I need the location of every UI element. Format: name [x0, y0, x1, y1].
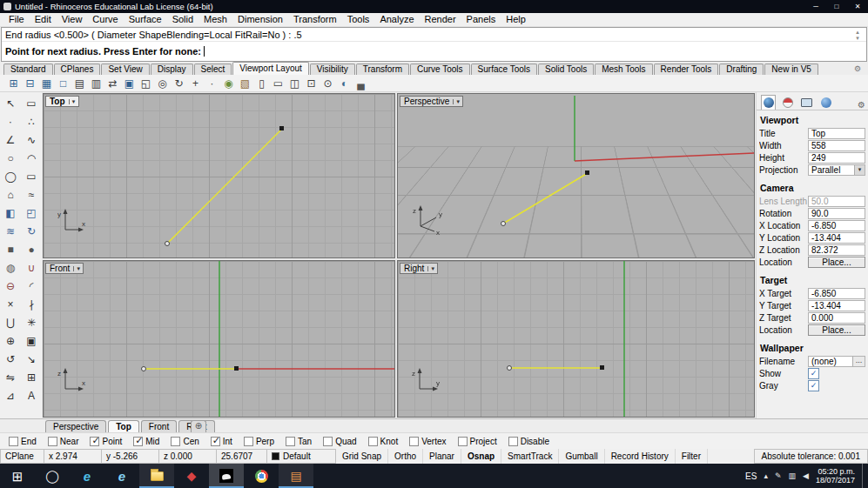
help-menu[interactable]: Help: [501, 13, 531, 26]
perp-osnap-checkbox[interactable]: [244, 437, 253, 446]
trim-tool-button[interactable]: ×: [1, 295, 20, 313]
visibility-tab[interactable]: Visibility: [310, 64, 355, 75]
page-layout-button[interactable]: ▭: [270, 76, 286, 91]
solid-menu[interactable]: Solid: [167, 13, 198, 26]
ortho-toggle[interactable]: Ortho: [388, 449, 423, 464]
end-osnap-checkbox[interactable]: [9, 437, 18, 446]
top-viewport-title[interactable]: Top ▼: [45, 96, 79, 107]
quad-osnap-item[interactable]: Quad: [323, 437, 356, 446]
edit-menu[interactable]: Edit: [30, 13, 57, 26]
rectangle-tool-button[interactable]: ▭: [22, 167, 41, 185]
chrome-taskbar-button[interactable]: [244, 464, 279, 488]
surface-plane-tool-button[interactable]: ◧: [1, 204, 20, 222]
boolean-union-tool-button[interactable]: ∪: [22, 258, 41, 277]
curve-tools-tool-button[interactable]: ≈: [22, 185, 41, 204]
disable-osnap-item[interactable]: Disable: [508, 437, 549, 446]
polygon-tool-button[interactable]: ⌂: [1, 185, 20, 204]
curve-start-point[interactable]: [165, 242, 170, 246]
perspective-viewport-tab[interactable]: Perspective: [45, 420, 106, 432]
file-explorer-taskbar-button[interactable]: [139, 464, 174, 488]
cen-osnap-item[interactable]: Cen: [171, 437, 198, 446]
selection-filter-tool-button[interactable]: ▭: [22, 94, 41, 112]
array-tool-button[interactable]: ⊞: [22, 368, 41, 386]
standard-tab[interactable]: Standard: [3, 64, 53, 75]
point-cloud-tool-button[interactable]: ∴: [22, 112, 41, 130]
int-osnap-item[interactable]: Int: [211, 437, 232, 446]
property-value[interactable]: Parallel: [808, 164, 865, 176]
camera-button[interactable]: ◉: [220, 76, 237, 91]
file-menu[interactable]: File: [3, 13, 30, 26]
command-prompt-row[interactable]: Point for next radius. Press Enter for n…: [2, 42, 866, 61]
split-viewport-vertical-button[interactable]: ▥: [88, 76, 104, 91]
shaded-view-button[interactable]: ◐: [336, 76, 353, 91]
top-viewport[interactable]: Top ▼ y x: [43, 93, 395, 258]
tab-options-icon[interactable]: [854, 64, 861, 73]
dimension-menu[interactable]: Dimension: [232, 13, 288, 26]
curve-menu[interactable]: Curve: [87, 13, 123, 26]
zoom-extents-button[interactable]: ⊡: [303, 76, 320, 91]
vertex-osnap-item[interactable]: Vertex: [409, 437, 446, 446]
perspective-viewport-title[interactable]: Perspective ▼: [400, 96, 463, 107]
clock[interactable]: 05:20 p.m. 18/07/2017: [816, 467, 855, 485]
point-osnap-checkbox[interactable]: [90, 437, 99, 446]
split-tool-button[interactable]: ∤: [22, 295, 41, 313]
mesh-menu[interactable]: Mesh: [198, 13, 232, 26]
front-viewport-tab[interactable]: Front: [141, 420, 177, 432]
polyline-tool-button[interactable]: ∠: [1, 130, 20, 149]
new-layout-button[interactable]: ▯: [253, 76, 270, 91]
mid-osnap-checkbox[interactable]: [133, 437, 143, 446]
angle-status-cell[interactable]: 25.6707: [216, 449, 266, 464]
vertex-osnap-checkbox[interactable]: [409, 437, 419, 446]
maximize-viewport-button[interactable]: ▣: [121, 76, 138, 91]
curve-end-point[interactable]: [234, 366, 239, 371]
z-coordinate-status-cell[interactable]: z 0.000: [158, 449, 216, 464]
end-osnap-item[interactable]: End: [9, 437, 37, 446]
rotate-tool-button[interactable]: ↺: [1, 350, 20, 368]
property-value[interactable]: -13.404: [808, 300, 865, 311]
property-value[interactable]: [808, 368, 865, 379]
add-viewport-tab-icon[interactable]: ⊕: [191, 420, 206, 432]
help-tab[interactable]: [818, 95, 833, 110]
pen-icon[interactable]: ✎: [775, 471, 782, 480]
quad-osnap-checkbox[interactable]: [323, 437, 333, 446]
property-value[interactable]: Place...: [808, 324, 865, 336]
text-tool-tool-button[interactable]: A: [22, 386, 41, 404]
start-taskbar-button[interactable]: ⊞: [0, 464, 35, 488]
point-tool-button[interactable]: ∙: [1, 112, 20, 130]
fillet-tool-button[interactable]: ◜: [22, 277, 41, 295]
property-value[interactable]: 558: [808, 140, 865, 151]
y-coordinate-status-cell[interactable]: y -5.266: [101, 449, 158, 464]
surface-menu[interactable]: Surface: [124, 13, 167, 26]
tools-menu[interactable]: Tools: [342, 13, 375, 26]
tan-osnap-checkbox[interactable]: [286, 437, 295, 446]
sphere-tool-button[interactable]: ●: [22, 240, 41, 258]
knot-osnap-checkbox[interactable]: [368, 437, 378, 446]
single-viewport-button[interactable]: □: [55, 76, 71, 91]
property-value[interactable]: 0.000: [808, 312, 865, 324]
maximize-button[interactable]: □: [826, 0, 847, 13]
chevron-down-icon[interactable]: ▼: [427, 266, 437, 271]
view-menu[interactable]: View: [57, 13, 88, 26]
loft-tool-button[interactable]: ≋: [1, 222, 20, 240]
property-value[interactable]: -6.850: [808, 288, 865, 299]
display-tab[interactable]: Display: [151, 64, 193, 75]
project-osnap-item[interactable]: Project: [458, 437, 497, 446]
print-button[interactable]: ▄: [353, 76, 369, 91]
copy-tool-button[interactable]: ▣: [22, 331, 41, 350]
mesh-tools-tab[interactable]: Mesh Tools: [595, 64, 652, 75]
volume-icon[interactable]: ◀: [803, 471, 809, 480]
project-osnap-checkbox[interactable]: [458, 437, 468, 446]
disable-osnap-checkbox[interactable]: [508, 437, 518, 446]
swap-viewports-button[interactable]: ⇄: [104, 76, 121, 91]
pipe-rail-curve[interactable]: [167, 129, 282, 244]
curve-end-point[interactable]: [585, 170, 589, 175]
near-osnap-item[interactable]: Near: [48, 437, 79, 446]
gumball-toggle[interactable]: Gumball: [559, 449, 604, 464]
render-tools-tab[interactable]: Render Tools: [654, 64, 719, 75]
chevron-down-icon[interactable]: ▼: [69, 99, 78, 104]
render-menu[interactable]: Render: [420, 13, 461, 26]
join-tool-button[interactable]: ⋃: [1, 313, 20, 331]
display-tab[interactable]: [799, 95, 814, 110]
chevron-down-icon[interactable]: ▼: [453, 99, 462, 104]
language-indicator[interactable]: ES: [745, 471, 757, 481]
